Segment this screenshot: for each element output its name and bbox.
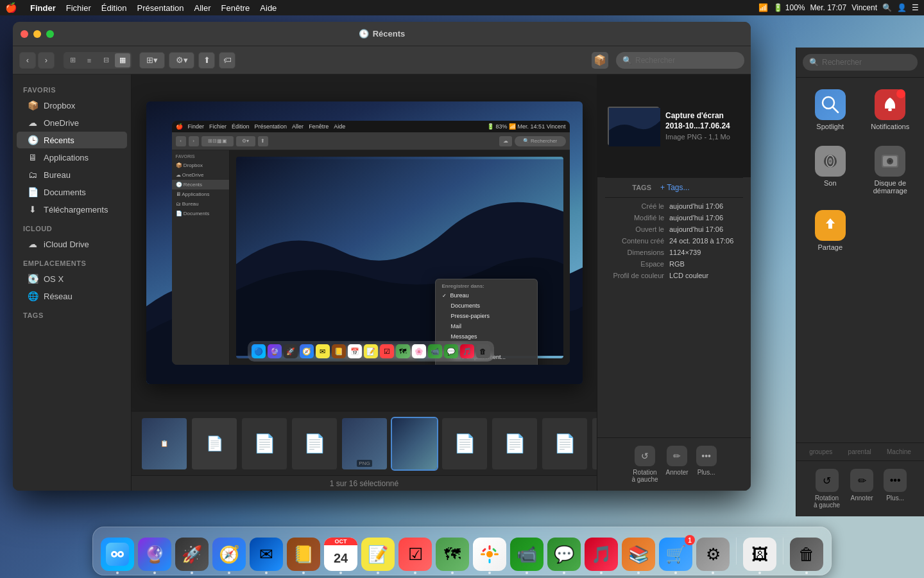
sidebar-item-applications[interactable]: 🖥 Applications: [17, 149, 127, 166]
svg-rect-23: [494, 554, 499, 556]
right-search-bar[interactable]: 🔍 Rechercher: [803, 54, 918, 71]
ctx-mail[interactable]: Mail: [436, 321, 537, 331]
sidebar-item-osx[interactable]: 💽 OS X: [17, 270, 127, 287]
thumb-5[interactable]: PNG: [342, 418, 387, 469]
menubar-controls-icon[interactable]: ☰: [912, 3, 919, 12]
tag-btn[interactable]: 🏷: [219, 52, 235, 69]
forward-button[interactable]: ›: [38, 52, 55, 69]
search-bar[interactable]: 🔍 Rechercher: [616, 52, 744, 69]
ctx-presse-papiers[interactable]: Presse-papiers: [436, 311, 537, 321]
share-btn[interactable]: ⬆: [198, 52, 215, 69]
menubar-aller[interactable]: Aller: [194, 3, 211, 13]
sidebar-item-documents[interactable]: 📄 Documents: [17, 184, 127, 200]
thumb-4[interactable]: 📄: [292, 418, 337, 469]
right-action-rotation[interactable]: ↺ Rotationà gauche: [814, 469, 840, 509]
appstore-badge: 1: [685, 535, 695, 545]
sidebar-item-recents[interactable]: 🕒 Récents: [17, 132, 127, 148]
view-list-btn[interactable]: ≡: [81, 53, 97, 67]
thumb-6-selected[interactable]: [392, 418, 437, 469]
menubar-search-icon[interactable]: 🔍: [882, 3, 892, 12]
minimize-button[interactable]: [33, 30, 41, 38]
thumb-3[interactable]: 📄: [242, 418, 287, 469]
dock-facetime[interactable]: 📹: [510, 538, 543, 571]
sidebar-item-bureau[interactable]: 🗂 Bureau: [17, 166, 127, 183]
screenshot-inner: 🍎 Finder Fichier Édition Présentation Al…: [146, 101, 583, 384]
dock-calendar[interactable]: OCT 24: [324, 538, 357, 571]
menubar-user[interactable]: Vincent: [851, 3, 877, 12]
arrange-btn[interactable]: ⊞▾: [139, 52, 165, 69]
nested-toolbar: ‹ › ⊞⊟▦▣ ⚙▾ ⬆ ☁ 🔍 Rechercher: [172, 132, 570, 150]
son-icon: [815, 146, 846, 177]
right-icon-disk[interactable]: Disque dedémarrage: [862, 139, 920, 201]
sidebar-item-reseau[interactable]: 🌐 Réseau: [17, 288, 127, 304]
menubar: 🍎 Finder Fichier Édition Présentation Al…: [0, 0, 924, 15]
dock-siri[interactable]: 🔮: [138, 538, 171, 571]
preview-panel: Capture d'écran 2018-10...17.06.24 Image…: [597, 74, 751, 491]
menubar-finder[interactable]: Finder: [30, 3, 56, 13]
dock-books[interactable]: 📚: [622, 538, 655, 571]
right-action-annoter[interactable]: ✏ Annoter: [850, 469, 873, 509]
thumb-2[interactable]: 📄: [192, 418, 237, 469]
dock-finder[interactable]: [101, 538, 134, 571]
menubar-fenetre[interactable]: Fenêtre: [221, 3, 250, 13]
action-rotation[interactable]: ↺ Rotationà gauche: [631, 446, 658, 483]
sidebar-item-telechargements[interactable]: ⬇ Téléchargements: [17, 201, 127, 218]
thumb-8[interactable]: 📄: [492, 418, 537, 469]
disk-icon: [875, 146, 905, 177]
dock-trash[interactable]: 🗑: [790, 538, 823, 571]
ctx-messages[interactable]: Messages: [436, 331, 537, 342]
dock-separator-2: [783, 538, 783, 565]
dock-safari[interactable]: 🧭: [212, 538, 246, 571]
dock-music[interactable]: 🎵: [585, 538, 618, 571]
dock-notes[interactable]: 📝: [361, 538, 395, 571]
right-icon-notifications[interactable]: Notifications: [862, 83, 920, 137]
dock-preview-app[interactable]: 🖼: [743, 538, 776, 571]
sidebar-item-dropbox[interactable]: 📦 Dropbox: [17, 97, 127, 114]
preview-tags-add[interactable]: + Tags...: [660, 183, 689, 192]
telechargements-icon: ⬇: [27, 204, 38, 215]
action-plus[interactable]: ••• Plus...: [696, 446, 717, 483]
notifications-label: Notifications: [871, 123, 909, 130]
dock-messages[interactable]: 💬: [547, 538, 581, 571]
thumb-7[interactable]: 📄: [442, 418, 487, 469]
right-icon-partage[interactable]: Partage: [801, 204, 859, 258]
menubar-fichier[interactable]: Fichier: [66, 3, 91, 13]
dock-appstore[interactable]: 🛒 1: [659, 538, 692, 571]
right-icon-son[interactable]: Son: [801, 139, 859, 201]
action-btn[interactable]: ⚙▾: [169, 52, 194, 69]
right-annoter-icon: ✏: [850, 469, 873, 492]
apple-menu[interactable]: 🍎: [5, 2, 17, 13]
view-icon-btn[interactable]: ⊞: [65, 53, 80, 67]
dropbox-icon: 📦: [27, 100, 38, 110]
view-gallery-btn[interactable]: ▦: [115, 53, 130, 67]
ctx-bureau[interactable]: Bureau: [436, 290, 537, 301]
action-annoter[interactable]: ✏ Annoter: [666, 446, 689, 483]
dock-lists[interactable]: ☑: [398, 538, 432, 571]
thumb-1[interactable]: 📋: [142, 418, 187, 469]
close-button[interactable]: [21, 30, 28, 38]
window-title: 🕒 Récents: [359, 29, 406, 39]
dock-notefile[interactable]: 📒: [287, 538, 320, 571]
thumb-9[interactable]: 📄: [542, 418, 587, 469]
sidebar-item-onedrive[interactable]: ☁ OneDrive: [17, 114, 127, 131]
back-button[interactable]: ‹: [19, 52, 36, 69]
thumb-10[interactable]: 📄: [592, 418, 597, 469]
menubar-siri-icon[interactable]: 👤: [897, 3, 907, 12]
rotation-label: Rotationà gauche: [631, 469, 658, 483]
dropbox-toolbar-btn[interactable]: 📦: [592, 52, 608, 69]
menubar-aide[interactable]: Aide: [260, 3, 277, 13]
dock-photos[interactable]: [473, 538, 506, 571]
ctx-documents[interactable]: Documents: [436, 301, 537, 311]
menubar-edition[interactable]: Édition: [101, 3, 127, 13]
dock-airmail[interactable]: ✉: [250, 538, 283, 571]
dock-maps[interactable]: 🗺: [436, 538, 469, 571]
nested-menubar: 🍎 Finder Fichier Édition Présentation Al…: [172, 121, 570, 132]
dock-launchpad[interactable]: 🚀: [175, 538, 209, 571]
dock-settings[interactable]: ⚙: [696, 538, 730, 571]
sidebar-item-icloud-drive[interactable]: ☁ iCloud Drive: [17, 236, 127, 252]
right-icon-spotlight[interactable]: Spotlight: [801, 83, 859, 137]
maximize-button[interactable]: [46, 30, 54, 38]
right-action-plus[interactable]: ••• Plus...: [884, 469, 907, 509]
view-columns-btn[interactable]: ⊟: [98, 53, 114, 67]
menubar-presentation[interactable]: Présentation: [137, 3, 184, 13]
